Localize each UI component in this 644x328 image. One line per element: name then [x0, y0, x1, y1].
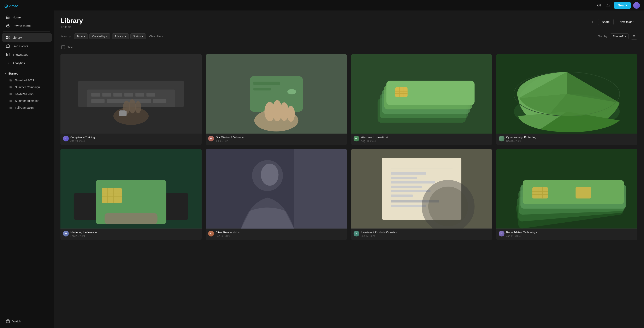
sidebar-item-watch[interactable]: Watch [2, 317, 52, 325]
logo[interactable]: vimeo [0, 0, 54, 12]
sort-select-button[interactable]: Title, A-Z ▾ [610, 33, 629, 39]
showcases-icon [6, 52, 10, 56]
new-folder-button[interactable]: New folder [616, 19, 638, 25]
folder-icon [9, 99, 12, 102]
chevron-down-icon: ▾ [142, 35, 143, 38]
video-info-1: C Compliance Training... Jan 19, 2024 ··… [60, 134, 202, 145]
sidebar-item-analytics[interactable]: Analytics [2, 59, 52, 67]
svg-rect-36 [120, 110, 126, 111]
starred-header[interactable]: ▼ Starred [0, 70, 54, 77]
video-date-5: Feb 20, 2024 [70, 234, 193, 238]
user-avatar[interactable]: U [633, 2, 640, 9]
starred-item-summer-animation[interactable]: Summer animation [2, 98, 52, 104]
sidebar-item-analytics-label: Analytics [12, 61, 25, 65]
svg-rect-3 [8, 36, 9, 37]
video-title-2: Our Mission & Values at... [216, 136, 338, 139]
video-more-1[interactable]: ··· [194, 136, 199, 140]
svg-rect-24 [114, 93, 122, 96]
video-meta-7: I Investment Products Overview Jan 17, 2… [354, 231, 490, 238]
starred-section: ▼ Starred Town hall 2021 Summer Campaign [0, 68, 54, 113]
video-card-3[interactable]: W Welcome to Investio.ai Aug 18, 2024 ··… [351, 54, 492, 145]
video-card-7[interactable]: I Investment Products Overview Jan 17, 2… [351, 149, 492, 240]
video-more-2[interactable]: ··· [340, 136, 344, 140]
sidebar-item-live-events[interactable]: Live events [2, 42, 52, 50]
video-card-8[interactable]: R Robo-Advisor Technology... Jan 11, 202… [496, 149, 638, 240]
svg-rect-81 [390, 190, 430, 192]
sidebar-item-home-label: Home [12, 16, 21, 19]
video-more-8[interactable]: ··· [630, 231, 635, 235]
video-meta-8: R Robo-Advisor Technology... Jan 11, 202… [499, 231, 635, 238]
starred-item-town-hall-2021[interactable]: Town hall 2021 [2, 77, 52, 84]
svg-rect-30 [153, 99, 166, 103]
video-thumbnail-8 [496, 149, 638, 228]
filter-type-label: Type [77, 35, 82, 38]
list-view-button[interactable] [631, 33, 638, 40]
chevron-down-icon: ▾ [624, 35, 626, 38]
svg-rect-79 [390, 182, 435, 184]
video-more-4[interactable]: ··· [630, 136, 635, 140]
svg-rect-25 [124, 93, 133, 96]
video-card-4[interactable]: C Cybersecurity: Protecting... Dec 05, 2… [496, 54, 638, 145]
clear-filters-button[interactable]: Clear filters [148, 34, 164, 39]
video-date-6: Sep 02, 2023 [216, 234, 338, 238]
filter-by-label: Filter by: [60, 34, 72, 38]
video-more-6[interactable]: ··· [340, 231, 344, 235]
video-avatar-1: C [63, 136, 69, 142]
help-button[interactable] [596, 2, 602, 9]
filter-type-button[interactable]: Type ▾ [74, 33, 88, 39]
video-card-1[interactable]: C Compliance Training... Jan 19, 2024 ··… [60, 54, 202, 145]
svg-rect-77 [390, 172, 426, 175]
chevron-down-icon: ▾ [124, 35, 126, 38]
video-title-5: Mastering the Investio... [70, 231, 193, 234]
starred-item-summer-campaign[interactable]: Summer Campaign [2, 84, 52, 90]
video-card-2[interactable]: M Our Mission & Values at... Jul 05, 202… [206, 54, 347, 145]
video-info-5: M Mastering the Investio... Feb 20, 2024… [60, 228, 202, 240]
library-icon [6, 36, 10, 40]
sidebar-item-private[interactable]: Private to me [2, 22, 52, 30]
add-button[interactable] [589, 19, 596, 25]
sidebar-item-private-label: Private to me [12, 24, 31, 28]
svg-rect-78 [390, 177, 417, 179]
share-button[interactable]: Share [598, 19, 614, 25]
chevron-down-icon: ▾ [625, 4, 627, 7]
video-more-7[interactable]: ··· [485, 231, 490, 235]
svg-rect-2 [6, 36, 8, 37]
starred-item-label: Summer Campaign [15, 86, 40, 89]
video-more-5[interactable]: ··· [194, 231, 199, 235]
notifications-button[interactable] [605, 2, 612, 9]
starred-item-town-hall-2022[interactable]: Town hall 2022 [2, 91, 52, 97]
sidebar-item-library[interactable]: Library [2, 33, 52, 42]
svg-rect-82 [390, 195, 413, 197]
video-card-5[interactable]: M Mastering the Investio... Feb 20, 2024… [60, 149, 202, 240]
video-more-3[interactable]: ··· [485, 136, 490, 140]
svg-rect-28 [91, 99, 104, 103]
starred-item-fall-campaign[interactable]: Fall Campaign [2, 104, 52, 111]
select-all-checkbox[interactable] [61, 45, 65, 49]
svg-point-46 [287, 106, 295, 122]
svg-rect-23 [102, 93, 111, 96]
library-header: Library 17 items ··· Share [60, 17, 638, 29]
more-options-button[interactable]: ··· [581, 19, 587, 25]
new-button[interactable]: New ▾ [614, 2, 631, 9]
sort-value-label: Title, A-Z [613, 35, 624, 38]
filter-privacy-label: Privacy [115, 35, 124, 38]
svg-rect-39 [254, 82, 280, 85]
sidebar-item-showcases[interactable]: Showcases [2, 50, 52, 58]
filter-privacy-button[interactable]: Privacy ▾ [112, 33, 129, 39]
svg-rect-11 [6, 320, 10, 322]
sidebar-item-library-label: Library [12, 36, 22, 39]
video-card-6[interactable]: C Client Relationships... Sep 02, 2023 ·… [206, 149, 347, 240]
svg-rect-22 [91, 93, 100, 96]
video-title-8: Robo-Advisor Technology... [506, 231, 629, 234]
video-thumbnail-6 [206, 149, 347, 228]
filter-created-by-button[interactable]: Created by ▾ [90, 33, 110, 39]
filter-status-button[interactable]: Status ▾ [130, 33, 146, 39]
video-title-1: Compliance Training... [70, 136, 193, 139]
item-count: 17 items [60, 26, 83, 29]
video-info-3: W Welcome to Investio.ai Aug 18, 2024 ··… [351, 134, 492, 145]
svg-point-34 [135, 101, 141, 114]
new-folder-button-label: New folder [620, 20, 634, 24]
sidebar-item-home[interactable]: Home [2, 13, 52, 21]
video-info-2: M Our Mission & Values at... Jul 05, 202… [206, 134, 347, 145]
video-avatar-7: I [354, 231, 359, 236]
